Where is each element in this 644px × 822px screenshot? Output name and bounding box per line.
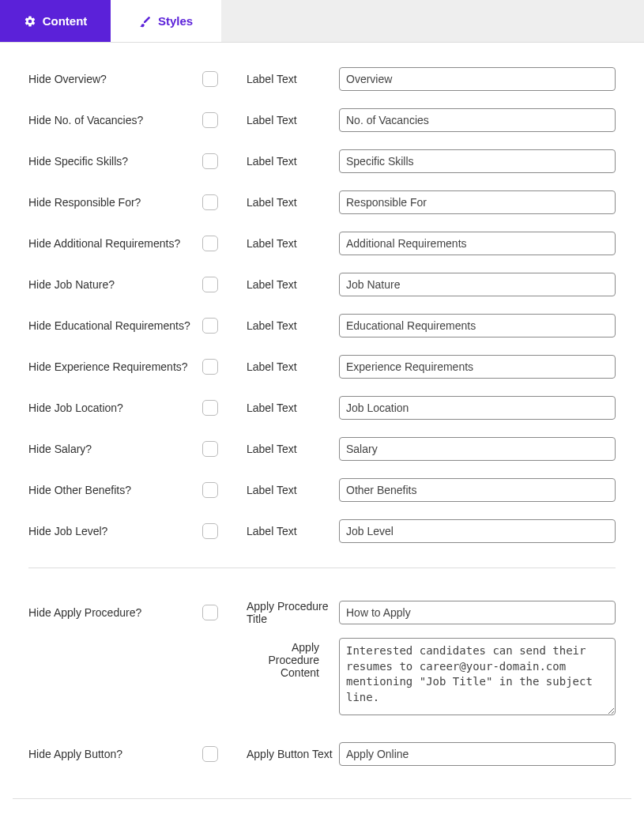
hide-education-checkbox[interactable] xyxy=(202,318,218,334)
hide-nature-checkbox[interactable] xyxy=(202,277,218,292)
apply-button-text-label: Apply Button Text xyxy=(231,748,339,760)
hide-overview-checkbox[interactable] xyxy=(202,71,218,87)
education-input[interactable] xyxy=(339,314,616,337)
skills-input[interactable] xyxy=(339,149,616,173)
apply-button-text-input[interactable] xyxy=(339,742,616,766)
hide-apply-button-checkbox[interactable] xyxy=(202,746,218,762)
row-additional: Hide Additional Requirements? Label Text xyxy=(28,223,616,264)
row-experience: Hide Experience Requirements? Label Text xyxy=(28,346,616,387)
nature-input[interactable] xyxy=(339,273,616,296)
additional-input[interactable] xyxy=(339,232,616,255)
row-apply-button: Hide Apply Button? Apply Button Text xyxy=(28,733,616,775)
hide-experience-checkbox[interactable] xyxy=(202,359,218,375)
hide-additional-checkbox[interactable] xyxy=(202,236,218,251)
hide-overview-label: Hide Overview? xyxy=(28,68,202,90)
row-skills: Hide Specific Skills? Label Text xyxy=(28,141,616,182)
apply-procedure-content-textarea[interactable] xyxy=(339,638,616,715)
hide-benefits-checkbox[interactable] xyxy=(202,482,218,498)
level-label-text-label: Label Text xyxy=(231,525,339,537)
hide-salary-label: Hide Salary? xyxy=(28,438,202,460)
apply-procedure-content-label: Apply Procedure Content xyxy=(231,638,339,679)
tab-content-label: Content xyxy=(43,14,88,28)
content-panel: Hide Overview? Label Text Hide No. of Va… xyxy=(0,43,644,822)
hide-responsible-checkbox[interactable] xyxy=(202,194,218,210)
row-apply-procedure-content: Apply Procedure Content xyxy=(28,633,616,718)
row-education: Hide Educational Requirements? Label Tex… xyxy=(28,305,616,346)
footer: Save Settings xyxy=(13,798,631,822)
hide-benefits-label: Hide Other Benefits? xyxy=(28,479,202,501)
hide-vacancies-label: Hide No. of Vacancies? xyxy=(28,109,202,131)
benefits-input[interactable] xyxy=(339,478,616,502)
vacancies-input[interactable] xyxy=(339,108,616,132)
tab-content[interactable]: Content xyxy=(0,0,111,42)
vacancies-label-text-label: Label Text xyxy=(231,114,339,126)
experience-input[interactable] xyxy=(339,355,616,379)
hide-apply-button-label: Hide Apply Button? xyxy=(28,743,202,765)
hide-education-label: Hide Educational Requirements? xyxy=(28,315,202,337)
tabs: Content Styles xyxy=(0,0,644,43)
divider xyxy=(28,567,616,568)
hide-additional-label: Hide Additional Requirements? xyxy=(28,232,202,255)
responsible-label-text-label: Label Text xyxy=(231,196,339,209)
location-input[interactable] xyxy=(339,396,616,420)
hide-level-label: Hide Job Level? xyxy=(28,520,202,542)
hide-level-checkbox[interactable] xyxy=(202,523,218,539)
row-benefits: Hide Other Benefits? Label Text xyxy=(28,469,616,511)
row-level: Hide Job Level? Label Text xyxy=(28,511,616,552)
overview-input[interactable] xyxy=(339,67,616,91)
tab-styles-label: Styles xyxy=(158,14,193,28)
level-input[interactable] xyxy=(339,519,616,543)
hide-salary-checkbox[interactable] xyxy=(202,441,218,457)
overview-label-text-label: Label Text xyxy=(231,73,339,85)
benefits-label-text-label: Label Text xyxy=(231,484,339,496)
row-location: Hide Job Location? Label Text xyxy=(28,387,616,428)
hide-experience-label: Hide Experience Requirements? xyxy=(28,356,202,378)
apply-procedure-title-input[interactable] xyxy=(339,601,616,624)
additional-label-text-label: Label Text xyxy=(231,237,339,250)
responsible-input[interactable] xyxy=(339,190,616,214)
hide-skills-label: Hide Specific Skills? xyxy=(28,150,202,172)
hide-location-label: Hide Job Location? xyxy=(28,397,202,419)
experience-label-text-label: Label Text xyxy=(231,360,339,373)
row-apply-procedure-title: Hide Apply Procedure? Apply Procedure Ti… xyxy=(28,592,616,633)
row-nature: Hide Job Nature? Label Text xyxy=(28,264,616,305)
location-label-text-label: Label Text xyxy=(231,402,339,414)
row-vacancies: Hide No. of Vacancies? Label Text xyxy=(28,100,616,141)
hide-location-checkbox[interactable] xyxy=(202,400,218,416)
row-salary: Hide Salary? Label Text xyxy=(28,428,616,469)
tab-styles[interactable]: Styles xyxy=(111,0,221,42)
hide-skills-checkbox[interactable] xyxy=(202,153,218,169)
hide-responsible-label: Hide Responsible For? xyxy=(28,191,202,213)
skills-label-text-label: Label Text xyxy=(231,155,339,168)
education-label-text-label: Label Text xyxy=(231,319,339,332)
hide-vacancies-checkbox[interactable] xyxy=(202,112,218,128)
hide-apply-procedure-checkbox[interactable] xyxy=(202,605,218,620)
row-responsible: Hide Responsible For? Label Text xyxy=(28,182,616,223)
nature-label-text-label: Label Text xyxy=(231,278,339,291)
gear-icon xyxy=(24,15,36,28)
salary-label-text-label: Label Text xyxy=(231,443,339,455)
apply-procedure-title-label: Apply Procedure Title xyxy=(231,600,339,625)
row-overview: Hide Overview? Label Text xyxy=(28,58,616,100)
brush-icon xyxy=(139,15,152,28)
hide-nature-label: Hide Job Nature? xyxy=(28,273,202,296)
salary-input[interactable] xyxy=(339,437,616,461)
hide-apply-procedure-label: Hide Apply Procedure? xyxy=(28,601,202,624)
